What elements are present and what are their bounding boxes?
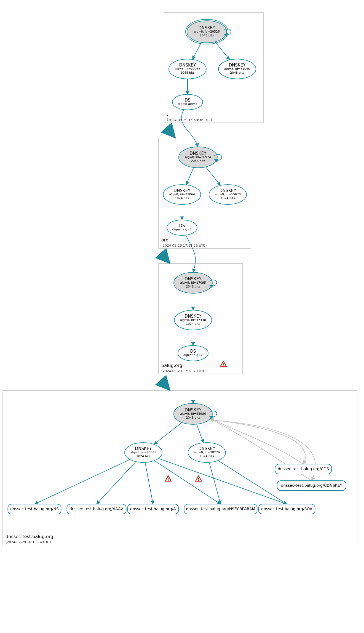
- node-b_ksk: DNSKEYalg=8, id=170952048 bits: [174, 272, 217, 293]
- node-text: DNSKEY: [190, 151, 207, 156]
- node-o_ksk: DNSKEYalg=8, id=269742048 bits: [179, 147, 222, 168]
- node-text: alg=8, id=47448: [180, 318, 206, 322]
- node-text: DNSKEY: [179, 63, 196, 68]
- zone-timestamp: (2024-09-29 18:18:14 UTC): [6, 540, 51, 544]
- node-r_ksk: DNSKEYalg=8, id=203262048 bits: [186, 19, 231, 44]
- zone-timestamp: (2024-09-29 15:53:36 UTC): [167, 118, 212, 122]
- node-o_zsk2: DNSKEYalg=8, id=156781024 bits: [209, 185, 247, 204]
- edge-rr_cds-d_ksk: [211, 418, 303, 464]
- node-text: 1024 bits: [186, 322, 200, 326]
- rr-label: dnssec-test.balug.org/A: [130, 507, 176, 511]
- node-text: DNSKEY: [199, 25, 216, 30]
- edge-r_ds-o_ksk: [181, 110, 198, 147]
- zone-label: org: [161, 237, 168, 243]
- zone-transition-arrow: [170, 124, 172, 134]
- edge-d_zsk1-rr_aaaa: [97, 462, 136, 504]
- node-r_zsk1: DNSKEYalg=8, id=200382048 bits: [169, 59, 206, 79]
- node-text: 2048 bits: [230, 71, 244, 75]
- edge-d_zsk1-rr_a: [145, 462, 153, 504]
- node-text: 2048 bits: [186, 416, 200, 419]
- node-text: 1024 bits: [221, 196, 235, 200]
- node-rr_cds: dnssec-test.balug.org/CDS: [275, 464, 332, 474]
- node-text: DNSKEY: [174, 188, 191, 193]
- node-text: alg=8, id=28279: [194, 451, 220, 454]
- node-d_zsk2: DNSKEYalg=8, id=282791024 bits: [188, 443, 226, 462]
- node-text: 1024 bits: [200, 454, 214, 458]
- edge-r_ksk-r_zsk2: [215, 42, 230, 60]
- node-text: alg=8, id=17095: [180, 281, 206, 284]
- node-rr_a: dnssec-test.balug.org/A: [128, 504, 179, 514]
- node-rr_aaaa: dnssec-test.balug.org/AAAA: [67, 504, 126, 514]
- node-rr_ns: dnssec-test.balug.org/NS: [8, 504, 61, 514]
- node-o_ds: DSdigest alg=2: [167, 220, 197, 235]
- edge-d_ksk-d_zsk1: [154, 422, 182, 444]
- node-text: DNSKEY: [199, 446, 216, 451]
- node-text: DNSKEY: [185, 276, 202, 281]
- zone-transition-arrow: [164, 250, 167, 260]
- node-text: digest alg=2: [183, 353, 203, 357]
- node-text: DNSKEY: [135, 446, 152, 451]
- node-text: 2048 bits: [191, 159, 205, 163]
- warning-icon: [220, 361, 226, 367]
- zone-timestamp: (2024-09-29 17:28:28 UTC): [161, 369, 207, 373]
- node-text: alg=8, id=48865: [130, 451, 156, 454]
- node-text: DS: [190, 349, 196, 354]
- edge-d_zsk1-rr_ns: [34, 459, 130, 504]
- svg-point-30: [223, 366, 224, 366]
- node-text: alg=8, id=15678: [215, 193, 241, 196]
- node-text: alg=8, id=61050: [224, 67, 250, 71]
- node-rr_cdns: dnssec-test.balug.org/CDNSKEY: [277, 481, 346, 491]
- node-text: alg=8, id=20326: [194, 30, 220, 33]
- node-text: 2048 bits: [180, 71, 195, 75]
- node-text: 1024 bits: [136, 454, 151, 458]
- rr-label: dnssec-test.balug.org/CDS: [278, 467, 329, 471]
- node-text: 1024 bits: [175, 196, 189, 200]
- rr-label: dnssec-test.balug.org/NS: [10, 507, 59, 511]
- node-rr_soa: dnssec-test.balug.org/SOA: [259, 504, 315, 514]
- node-text: DNSKEY: [220, 188, 237, 193]
- node-text: DS: [184, 98, 190, 103]
- svg-point-27: [198, 480, 199, 481]
- node-b_zsk: DNSKEYalg=8, id=474481024 bits: [174, 310, 212, 330]
- node-r_ds: DSdigest alg=2: [172, 94, 203, 110]
- edge-d_zsk1-rr_soa: [159, 459, 287, 504]
- edge-o_ksk-o_zsk2: [206, 167, 221, 185]
- node-text: alg=8, id=23064: [169, 193, 195, 196]
- node-rr_nsec: dnssec-test.balug.org/NSEC3PARAM: [184, 504, 257, 514]
- node-text: DNSKEY: [185, 314, 202, 319]
- zone-label: dnssec-test.balug.org: [6, 534, 53, 539]
- zone-timestamp: (2024-09-29 17:11:56 UTC): [161, 244, 207, 248]
- node-d_zsk1: DNSKEYalg=8, id=488651024 bits: [125, 443, 162, 462]
- svg-point-24: [168, 480, 169, 481]
- edge-o_ds-b_ksk: [186, 235, 196, 272]
- rr-label: dnssec-test.balug.org/SOA: [261, 507, 312, 511]
- zone-label: balug.org: [161, 363, 182, 368]
- node-text: digest alg=2: [178, 102, 197, 106]
- node-text: DNSKEY: [185, 408, 202, 413]
- edge-d_ksk-d_zsk2: [197, 424, 203, 443]
- node-text: digest alg=2: [172, 228, 192, 231]
- rr-label: dnssec-test.balug.org/CDNSKEY: [281, 483, 342, 488]
- node-text: alg=8, id=20038: [175, 67, 200, 71]
- node-text: alg=8, id=26974: [185, 155, 211, 159]
- zone-transition-arrow: [164, 377, 167, 387]
- node-d_ksk: DNSKEYalg=8, id=539862048 bits: [174, 403, 217, 424]
- edge-r_ksk-r_zsk1: [192, 42, 201, 59]
- node-text: 2048 bits: [186, 285, 200, 288]
- warning-icon: [196, 476, 202, 481]
- edge-o_ksk-o_zsk1: [186, 167, 194, 185]
- node-text: DNSKEY: [229, 63, 246, 68]
- node-text: 2048 bits: [200, 34, 214, 37]
- rr-label: dnssec-test.balug.org/NSEC3PARAM: [186, 507, 255, 511]
- node-r_zsk2: DNSKEYalg=8, id=610502048 bits: [218, 59, 256, 79]
- node-text: alg=8, id=53986: [180, 412, 206, 416]
- node-b_ds: DSdigest alg=2: [178, 345, 208, 361]
- warning-icon: [165, 476, 171, 481]
- rr-label: dnssec-test.balug.org/AAAA: [69, 507, 124, 511]
- node-text: DS: [179, 223, 185, 228]
- node-o_zsk1: DNSKEYalg=8, id=230641024 bits: [163, 185, 201, 204]
- zone-label: .: [167, 112, 168, 117]
